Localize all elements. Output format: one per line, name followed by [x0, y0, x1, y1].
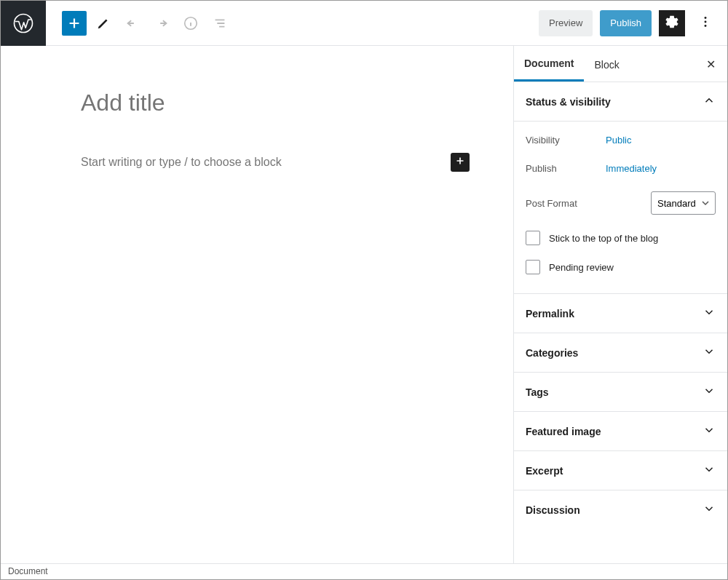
panel-permalink[interactable]: Permalink [514, 294, 727, 333]
chevron-up-icon [703, 94, 716, 109]
undo-icon[interactable] [120, 11, 145, 36]
wordpress-logo-icon[interactable] [1, 1, 46, 46]
visibility-row: Visibility Public [526, 126, 716, 154]
publish-label: Publish [526, 163, 606, 174]
edit-icon[interactable] [91, 11, 116, 36]
chevron-down-icon [703, 306, 716, 321]
panel-tags[interactable]: Tags [514, 373, 727, 412]
chevron-down-icon [703, 424, 716, 439]
panel-title: Permalink [526, 308, 574, 319]
chevron-down-icon [703, 384, 716, 400]
breadcrumb-text: Document [8, 566, 48, 576]
editor-canvas [1, 46, 513, 563]
tab-document[interactable]: Document [514, 46, 584, 82]
pending-row: Pending review [526, 253, 716, 282]
panel-status-body: Visibility Public Publish Immediately Po… [514, 122, 727, 294]
top-toolbar: Preview Publish [1, 1, 727, 46]
post-format-row: Post Format Standard [526, 183, 716, 223]
plus-icon [454, 154, 467, 170]
kebab-icon [697, 14, 713, 33]
publish-value[interactable]: Immediately [606, 163, 657, 174]
publish-button[interactable]: Publish [600, 10, 652, 36]
outline-icon[interactable] [207, 11, 232, 36]
panel-title: Excerpt [526, 465, 563, 477]
svg-point-3 [705, 20, 707, 23]
panel-excerpt[interactable]: Excerpt [514, 451, 727, 490]
post-format-select[interactable]: Standard [651, 191, 716, 215]
panel-discussion[interactable]: Discussion [514, 490, 727, 529]
redo-icon[interactable] [149, 11, 174, 36]
pending-label: Pending review [549, 262, 614, 273]
footer-breadcrumb: Document [1, 563, 727, 579]
pending-checkbox[interactable] [526, 260, 540, 274]
svg-point-2 [705, 17, 707, 19]
panel-status-visibility[interactable]: Status & visibility [514, 82, 727, 122]
preview-button[interactable]: Preview [539, 10, 593, 36]
close-sidebar-button[interactable]: ✕ [695, 46, 727, 82]
panel-title: Discussion [526, 504, 580, 516]
visibility-value[interactable]: Public [606, 135, 631, 146]
tab-block[interactable]: Block [584, 47, 629, 81]
sidebar-tabs: Document Block ✕ [514, 46, 727, 82]
panel-featured-image[interactable]: Featured image [514, 412, 727, 451]
gear-icon [664, 14, 680, 33]
toolbar-left-group [46, 11, 232, 36]
panel-title: Featured image [526, 426, 601, 437]
chevron-down-icon [703, 463, 716, 478]
panel-categories[interactable]: Categories [514, 333, 727, 373]
post-format-label: Post Format [526, 198, 606, 209]
post-title-input[interactable] [81, 90, 470, 116]
more-options-button[interactable] [692, 10, 719, 36]
info-icon[interactable] [178, 11, 203, 36]
chevron-down-icon [703, 502, 716, 517]
svg-point-4 [705, 25, 707, 27]
settings-sidebar: Document Block ✕ Status & visibility Vis… [513, 46, 727, 563]
sticky-label: Stick to the top of the blog [549, 233, 658, 244]
close-icon: ✕ [706, 58, 716, 71]
sticky-checkbox[interactable] [526, 231, 540, 245]
chevron-down-icon [703, 345, 716, 360]
add-block-button[interactable] [62, 11, 87, 36]
settings-button[interactable] [659, 10, 685, 36]
panel-title: Status & visibility [526, 96, 611, 108]
panel-title: Categories [526, 347, 578, 359]
inline-add-button[interactable] [451, 153, 470, 172]
visibility-label: Visibility [526, 135, 606, 146]
sticky-row: Stick to the top of the blog [526, 223, 716, 253]
work-area: Document Block ✕ Status & visibility Vis… [1, 46, 727, 563]
panel-title: Tags [526, 386, 549, 398]
block-row [81, 153, 470, 172]
publish-row: Publish Immediately [526, 154, 716, 183]
block-content-input[interactable] [81, 156, 442, 169]
toolbar-right-group: Preview Publish [539, 10, 727, 36]
